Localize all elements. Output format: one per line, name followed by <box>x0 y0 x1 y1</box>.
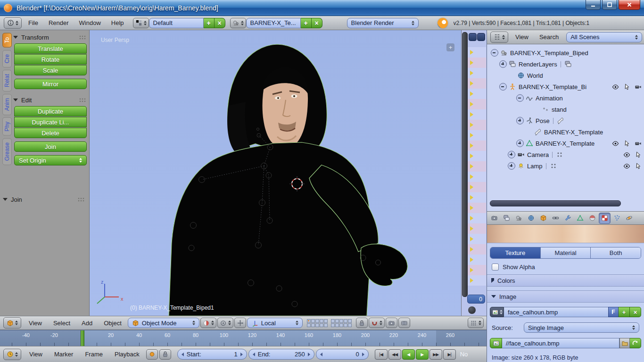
panel-drag-dots-icon[interactable] <box>79 35 86 40</box>
timeline-ruler[interactable]: -40 -20 0 20 40 60 80 100 120 140 160 18… <box>0 330 487 346</box>
jump-to-start-button[interactable]: |◀ <box>375 349 388 360</box>
tab-object[interactable] <box>537 213 549 224</box>
tab-render[interactable] <box>488 213 500 224</box>
frame-start-field[interactable]: Start: 1 <box>177 349 247 360</box>
join-button[interactable]: Join <box>14 141 87 152</box>
tab-texture[interactable] <box>599 213 611 224</box>
collapse-icon[interactable] <box>499 83 507 90</box>
unlink-image-button[interactable]: × <box>630 307 641 317</box>
outliner-item-lamp[interactable]: Lamp <box>487 160 644 172</box>
autokey-record-button[interactable] <box>146 349 158 360</box>
mirror-button[interactable]: Mirror <box>14 79 87 89</box>
channel-expand-icon[interactable] <box>468 182 486 192</box>
open-properties-region-button[interactable]: + <box>446 43 454 51</box>
selectability-cursor-icon[interactable] <box>635 151 642 158</box>
channel-expand-icon[interactable] <box>468 255 486 265</box>
current-frame-marker[interactable] <box>81 330 84 346</box>
channel-expand-icon[interactable] <box>468 265 486 275</box>
channel-expand-icon[interactable] <box>468 244 486 255</box>
tab-render-layers[interactable] <box>501 213 512 224</box>
screen-layout-delete-button[interactable]: × <box>215 18 225 28</box>
menu-window[interactable]: Window <box>74 19 106 26</box>
editor-type-button-timeline[interactable] <box>3 349 21 360</box>
show-alpha-checkbox[interactable] <box>492 263 499 271</box>
lock-to-scene-button[interactable] <box>356 318 368 328</box>
increment-arrow-icon[interactable] <box>362 353 364 356</box>
visibility-eye-icon[interactable] <box>623 163 630 170</box>
next-keyframe-button[interactable]: ▶▶ <box>429 349 442 360</box>
window-titlebar[interactable]: Blender* [f:\Docs\CreoNew\Harem\Barney\o… <box>0 0 644 16</box>
channel-expand-icon[interactable] <box>468 203 486 213</box>
image-name-field[interactable]: face_calhoun.bmp <box>504 307 608 317</box>
vertical-scrollbar[interactable] <box>462 32 468 297</box>
sync-dropdown[interactable]: No <box>460 351 468 358</box>
channel-expand-icon[interactable] <box>468 130 486 140</box>
outliner-filter-dropdown[interactable]: All Scenes <box>566 32 642 42</box>
menu-help[interactable]: Help <box>106 19 129 26</box>
expand-icon[interactable] <box>516 140 524 147</box>
strip-current-frame-field[interactable]: 0 <box>467 295 485 304</box>
filepath-field[interactable]: //face_calhoun.bmp <box>502 338 619 348</box>
channel-expand-icon[interactable] <box>468 161 486 172</box>
delete-button[interactable]: Delete <box>14 128 87 138</box>
channel-expand-icon[interactable] <box>468 213 486 223</box>
selectability-cursor-icon[interactable] <box>623 140 630 147</box>
frame-end-field[interactable]: End: 250 <box>248 349 314 360</box>
editor-type-button-outliner[interactable] <box>490 32 508 43</box>
maximize-button[interactable] <box>602 0 617 10</box>
duplicate-linked-button[interactable]: Duplicate Li... <box>14 117 87 127</box>
translate-button[interactable]: Translate <box>14 43 87 54</box>
layer-cell-active[interactable] <box>307 319 311 323</box>
view3d-menu-view[interactable]: View <box>24 320 47 327</box>
decrement-arrow-icon[interactable] <box>320 353 322 356</box>
collapse-icon[interactable] <box>491 49 498 57</box>
transform-orientation-dropdown[interactable]: Local <box>247 318 303 328</box>
lock-button[interactable] <box>159 349 171 360</box>
channel-expand-icon[interactable] <box>468 192 486 203</box>
outliner-item-camera[interactable]: Camera <box>487 149 644 160</box>
snap-dropdown[interactable] <box>369 318 385 328</box>
jump-to-end-button[interactable]: ▶| <box>443 349 456 360</box>
outliner-item-armature-object[interactable]: BARNEY-X_Template_Bi <box>487 81 644 92</box>
expand-icon[interactable] <box>508 162 515 170</box>
image-browse-button[interactable] <box>490 307 504 317</box>
tab-object-data[interactable] <box>574 213 586 224</box>
tab-physics[interactable] <box>623 213 635 224</box>
expand-icon[interactable] <box>516 117 524 124</box>
join-panel-header[interactable]: Join <box>3 193 86 206</box>
channel-expand-icon[interactable] <box>468 47 486 58</box>
current-frame-field[interactable]: 0 <box>316 349 369 360</box>
channel-expand-icon[interactable] <box>468 275 486 286</box>
horizontal-scrollbar[interactable] <box>490 200 621 206</box>
tab-world[interactable] <box>525 213 537 224</box>
expand-icon[interactable] <box>508 151 515 158</box>
manipulator-toggle-button[interactable] <box>234 318 246 328</box>
scale-button[interactable]: Scale <box>14 65 87 75</box>
channel-expand-icon[interactable] <box>468 58 486 68</box>
prev-keyframe-button[interactable]: ◀◀ <box>388 349 401 360</box>
dope-sheet-strip[interactable]: 0 <box>461 30 487 316</box>
view3d-menu-add[interactable]: Add <box>76 320 98 327</box>
tab-physics[interactable]: Phy <box>2 117 12 136</box>
outliner-item-action[interactable]: stand <box>487 104 644 115</box>
decrement-arrow-icon[interactable] <box>182 353 184 356</box>
outliner-item-renderlayers[interactable]: RenderLayers <box>487 58 644 70</box>
set-origin-button[interactable]: Set Origin <box>14 155 87 165</box>
tab-relations[interactable]: Relat <box>2 70 12 91</box>
tab-grease-pencil[interactable]: Grease <box>2 138 12 165</box>
opengl-render-anim-button[interactable] <box>398 318 410 328</box>
screen-layout-browse-button[interactable] <box>133 18 149 28</box>
file-browse-button[interactable] <box>619 338 630 348</box>
menu-file[interactable]: File <box>23 19 43 26</box>
screen-layout-field[interactable]: Default <box>149 18 204 28</box>
pack-image-button[interactable] <box>490 338 502 348</box>
selectability-cursor-icon[interactable] <box>635 163 642 170</box>
duplicate-button[interactable]: Duplicate <box>14 106 87 116</box>
editor-type-button-view3d[interactable] <box>3 317 21 329</box>
channel-expand-icon[interactable] <box>468 68 486 78</box>
tab-tools[interactable]: To <box>2 33 12 48</box>
strip-header-button[interactable] <box>469 33 477 41</box>
play-reverse-button[interactable]: ◀ <box>402 349 415 360</box>
transform-panel-header[interactable]: Transform <box>13 31 88 43</box>
viewport-shading-dropdown[interactable] <box>200 318 216 328</box>
